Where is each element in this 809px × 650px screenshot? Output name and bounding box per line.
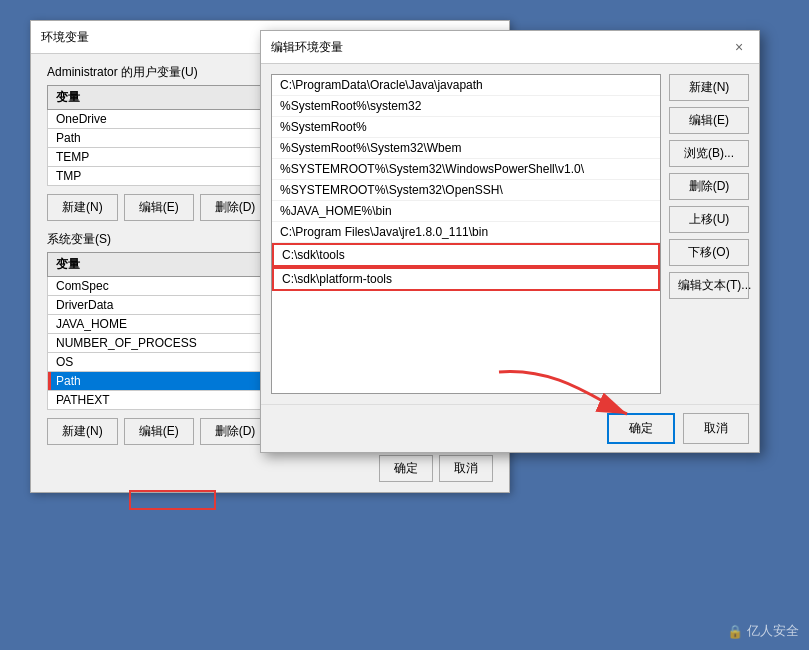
path-list-item[interactable]: %SystemRoot% <box>272 117 660 138</box>
path-list-item[interactable]: C:\sdk\platform-tools <box>272 267 660 291</box>
path-list-item[interactable]: C:\Program Files\Java\jre1.8.0_111\bin <box>272 222 660 243</box>
btn-browse[interactable]: 浏览(B)... <box>669 140 749 167</box>
btn-move-down[interactable]: 下移(O) <box>669 239 749 266</box>
path-list-item[interactable]: C:\sdk\tools <box>272 243 660 267</box>
main-dialog-footer: 确定 取消 <box>261 404 759 452</box>
path-list-item[interactable]: %SYSTEMROOT%\System32\WindowsPowerShell\… <box>272 159 660 180</box>
path-list-item[interactable]: %JAVA_HOME%\bin <box>272 201 660 222</box>
watermark-text: 亿人安全 <box>747 622 799 640</box>
path-list-item[interactable]: %SYSTEMROOT%\System32\OpenSSH\ <box>272 180 660 201</box>
btn-new[interactable]: 新建(N) <box>669 74 749 101</box>
btn-edit-text[interactable]: 编辑文本(T)... <box>669 272 749 299</box>
btn-delete[interactable]: 删除(D) <box>669 173 749 200</box>
user-new-btn[interactable]: 新建(N) <box>47 194 118 221</box>
sys-edit-btn[interactable]: 编辑(E) <box>124 418 194 445</box>
watermark: 🔒 亿人安全 <box>727 622 799 640</box>
main-dialog-body: C:\ProgramData\Oracle\Java\javapath%Syst… <box>261 64 759 404</box>
path-list-container[interactable]: C:\ProgramData\Oracle\Java\javapath%Syst… <box>271 74 661 394</box>
main-cancel-btn[interactable]: 取消 <box>683 413 749 444</box>
bg-dialog-title: 环境变量 <box>41 29 89 46</box>
watermark-icon: 🔒 <box>727 624 743 639</box>
main-close-btn[interactable]: × <box>729 37 749 57</box>
btn-move-up[interactable]: 上移(U) <box>669 206 749 233</box>
path-highlight-box <box>129 490 216 510</box>
sys-new-btn[interactable]: 新建(N) <box>47 418 118 445</box>
user-edit-btn[interactable]: 编辑(E) <box>124 194 194 221</box>
path-list-item[interactable]: %SystemRoot%\system32 <box>272 96 660 117</box>
main-edit-dialog: 编辑环境变量 × C:\ProgramData\Oracle\Java\java… <box>260 30 760 453</box>
btn-edit[interactable]: 编辑(E) <box>669 107 749 134</box>
bg-ok-btn[interactable]: 确定 <box>379 455 433 482</box>
right-buttons: 新建(N) 编辑(E) 浏览(B)... 删除(D) 上移(U) 下移(O) 编… <box>669 74 749 394</box>
main-ok-btn[interactable]: 确定 <box>607 413 675 444</box>
path-list-item[interactable]: %SystemRoot%\System32\Wbem <box>272 138 660 159</box>
main-dialog-titlebar: 编辑环境变量 × <box>261 31 759 64</box>
main-dialog-title: 编辑环境变量 <box>271 39 343 56</box>
bg-cancel-btn[interactable]: 取消 <box>439 455 493 482</box>
path-list-item[interactable]: C:\ProgramData\Oracle\Java\javapath <box>272 75 660 96</box>
